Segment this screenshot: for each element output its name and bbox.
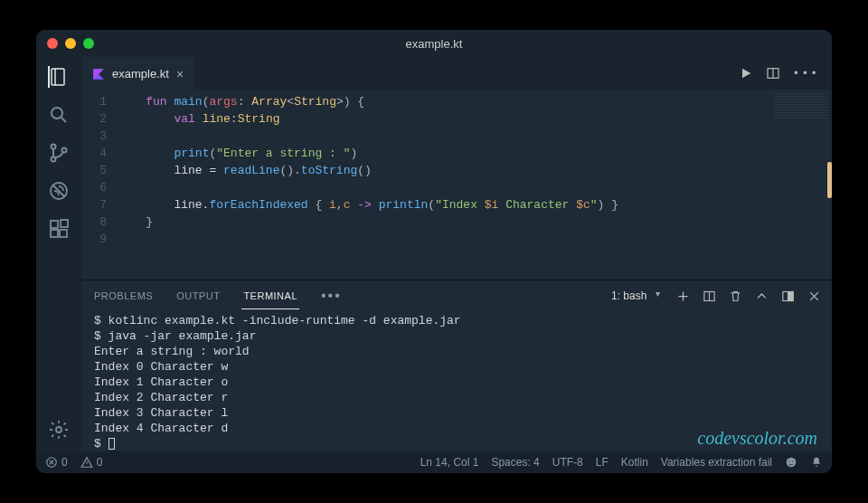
error-icon <box>45 456 58 469</box>
line-number: 5 <box>81 162 107 179</box>
close-window-button[interactable] <box>47 38 58 49</box>
terminal-output[interactable]: $ kotlinc example.kt -include-runtime -d… <box>81 311 832 451</box>
split-terminal-icon[interactable] <box>703 289 716 303</box>
svg-rect-6 <box>51 230 58 237</box>
explorer-icon[interactable] <box>48 66 70 88</box>
svg-point-15 <box>787 458 797 468</box>
tab-close-icon[interactable]: × <box>176 67 184 81</box>
settings-gear-icon[interactable] <box>48 419 70 441</box>
code-line[interactable]: fun main(args: Array<String>) { <box>118 93 769 110</box>
svg-point-2 <box>52 157 56 162</box>
status-encoding[interactable]: UTF-8 <box>552 456 583 469</box>
svg-rect-8 <box>61 220 68 227</box>
terminal-line: $ java -jar example.jar <box>94 328 819 344</box>
editor[interactable]: 123456789 fun main(args: Array<String>) … <box>81 90 769 280</box>
svg-rect-13 <box>788 291 794 300</box>
code-line[interactable] <box>118 231 769 248</box>
debug-icon[interactable] <box>48 180 70 202</box>
code-line[interactable]: val line:String <box>118 110 769 128</box>
status-language[interactable]: Kotlin <box>621 456 648 469</box>
activity-bar <box>36 57 81 451</box>
editor-wrap: 123456789 fun main(args: Array<String>) … <box>81 90 832 280</box>
terminal-line: Index 2 Character r <box>94 390 819 405</box>
run-icon[interactable] <box>739 66 753 81</box>
terminal-line: Index 3 Character l <box>94 405 819 421</box>
terminal-line: Enter a string : world <box>94 344 819 359</box>
line-number: 6 <box>81 179 107 196</box>
editor-window: example.kt <box>36 30 832 473</box>
terminal-line: Index 1 Character o <box>94 375 819 390</box>
svg-point-9 <box>56 427 61 432</box>
kotlin-file-icon <box>92 68 105 81</box>
line-number: 1 <box>81 93 107 110</box>
new-terminal-icon[interactable] <box>676 289 690 303</box>
code-line[interactable]: line.forEachIndexed { i,c -> println("In… <box>118 196 769 214</box>
line-gutter: 123456789 <box>81 93 118 280</box>
code-line[interactable]: line = readLine().toString() <box>118 162 769 179</box>
search-icon[interactable] <box>48 104 70 126</box>
svg-rect-5 <box>51 221 58 228</box>
split-editor-icon[interactable] <box>766 66 780 81</box>
code-line[interactable] <box>118 128 769 145</box>
maximize-panel-icon[interactable] <box>755 289 769 303</box>
minimap[interactable] <box>769 90 832 280</box>
line-number: 4 <box>81 145 107 162</box>
window-body: example.kt × ••• 123456789 fun main(args… <box>36 57 832 451</box>
source-control-icon[interactable] <box>48 142 70 164</box>
tab-terminal[interactable]: TERMINAL <box>241 283 299 309</box>
svg-point-0 <box>52 108 62 119</box>
code-line[interactable]: } <box>118 214 769 231</box>
terminal-line: Index 0 Character w <box>94 359 819 375</box>
code-line[interactable] <box>118 179 769 196</box>
line-number: 3 <box>81 128 107 145</box>
svg-point-16 <box>789 460 790 461</box>
tab-problems[interactable]: PROBLEMS <box>92 283 155 308</box>
minimap-content <box>774 93 828 120</box>
status-spaces[interactable]: Spaces: 4 <box>491 456 539 469</box>
status-message[interactable]: Variables extraction fail <box>661 456 772 469</box>
svg-point-17 <box>792 460 793 461</box>
editor-actions: ••• <box>739 57 832 90</box>
status-warnings[interactable]: 0 <box>80 456 103 469</box>
panel-tabs: PROBLEMS OUTPUT TERMINAL ••• 1: bash <box>81 280 832 311</box>
terminal-cursor <box>108 438 115 450</box>
feedback-icon[interactable] <box>785 456 797 469</box>
bell-icon[interactable] <box>810 456 823 469</box>
terminal-line: $ kotlinc example.kt -include-runtime -d… <box>94 313 819 328</box>
traffic-lights <box>47 38 94 49</box>
line-number: 8 <box>81 214 107 231</box>
status-eol[interactable]: LF <box>596 456 609 469</box>
status-position[interactable]: Ln 14, Col 1 <box>420 456 479 469</box>
svg-rect-7 <box>60 230 67 237</box>
line-number: 7 <box>81 196 107 214</box>
code-area[interactable]: fun main(args: Array<String>) { val line… <box>118 93 769 280</box>
minimize-window-button[interactable] <box>65 38 76 49</box>
main-area: example.kt × ••• 123456789 fun main(args… <box>81 57 832 451</box>
watermark: codevscolor.com <box>697 431 817 446</box>
terminal-select[interactable]: 1: bash <box>608 288 664 304</box>
line-number: 2 <box>81 110 107 128</box>
minimap-scroll-indicator[interactable] <box>827 162 832 198</box>
warning-icon <box>80 456 93 469</box>
terminal-select-wrap: 1: bash <box>608 288 664 304</box>
tab-label: example.kt <box>112 67 169 81</box>
tab-example-kt[interactable]: example.kt × <box>81 57 194 90</box>
statusbar: 0 0 Ln 14, Col 1 Spaces: 4 UTF-8 LF Kotl… <box>36 451 832 473</box>
line-number: 9 <box>81 231 107 248</box>
more-actions-icon[interactable]: ••• <box>793 67 819 81</box>
svg-point-1 <box>52 145 56 149</box>
code-line[interactable]: print("Enter a string : ") <box>118 145 769 162</box>
maximize-window-button[interactable] <box>83 38 94 49</box>
titlebar: example.kt <box>36 30 832 57</box>
svg-point-3 <box>62 148 67 153</box>
window-title: example.kt <box>406 37 463 51</box>
panel-more-icon[interactable]: ••• <box>319 280 344 311</box>
toggle-panel-icon[interactable] <box>781 289 795 303</box>
tab-output[interactable]: OUTPUT <box>175 283 222 308</box>
kill-terminal-icon[interactable] <box>729 289 742 303</box>
status-errors[interactable]: 0 <box>45 456 68 469</box>
tabbar: example.kt × ••• <box>81 57 832 90</box>
extensions-icon[interactable] <box>48 218 70 240</box>
close-panel-icon[interactable] <box>807 289 821 303</box>
bottom-panel: PROBLEMS OUTPUT TERMINAL ••• 1: bash <box>81 280 832 451</box>
